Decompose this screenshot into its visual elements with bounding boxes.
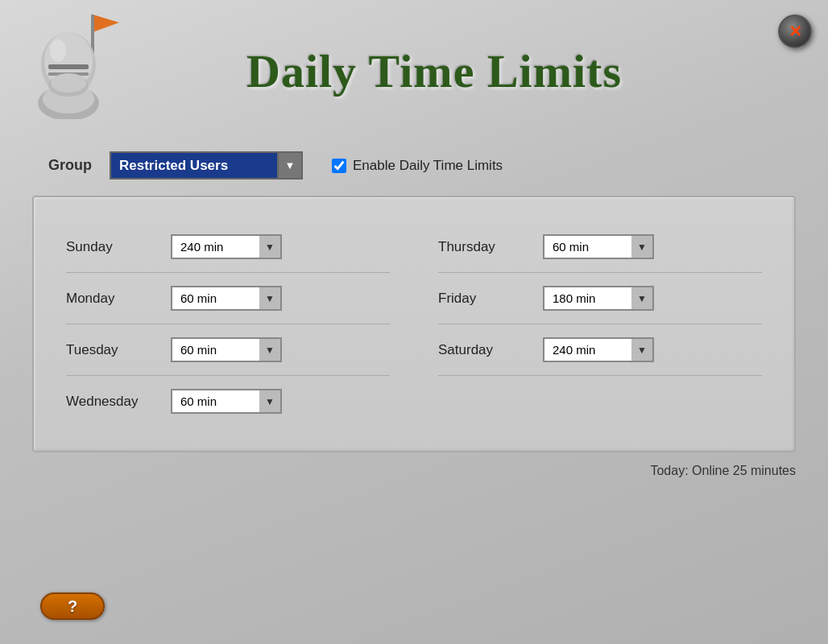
help-button[interactable]: ?: [40, 592, 105, 620]
wednesday-label: Wednesday: [66, 394, 155, 410]
saturday-dropdown-arrow[interactable]: ▼: [631, 337, 654, 362]
monday-select[interactable]: 60 min30 min90 min120 min180 min240 minU…: [171, 286, 259, 311]
sunday-select-wrapper: 240 min30 min60 min90 min120 min180 minU…: [171, 234, 282, 259]
saturday-select[interactable]: 240 min30 min60 min90 min120 min180 minU…: [543, 337, 631, 362]
right-column: Thursday 60 min30 min90 min120 min180 mi…: [438, 221, 762, 427]
enable-label[interactable]: Enable Daily Time Limits: [332, 158, 503, 174]
helmet-icon: [24, 23, 113, 119]
sunday-row: Sunday 240 min30 min60 min90 min120 min1…: [66, 221, 390, 273]
friday-select[interactable]: 180 min30 min60 min90 min120 min240 minU…: [543, 286, 631, 311]
saturday-row: Saturday 240 min30 min60 min90 min120 mi…: [438, 324, 762, 376]
thursday-select-wrapper: 60 min30 min90 min120 min180 min240 minU…: [543, 234, 654, 259]
enable-text: Enable Daily Time Limits: [353, 158, 503, 174]
thursday-label: Thursday: [438, 239, 527, 255]
status-text: Today: Online 25 minutes: [650, 464, 796, 477]
tuesday-select[interactable]: 60 min30 min90 min120 min180 min240 minU…: [171, 337, 259, 362]
monday-row: Monday 60 min30 min90 min120 min180 min2…: [66, 273, 390, 324]
friday-select-wrapper: 180 min30 min60 min90 min120 min240 minU…: [543, 286, 654, 311]
friday-dropdown-arrow[interactable]: ▼: [631, 286, 654, 311]
group-dropdown-arrow[interactable]: ▼: [279, 151, 303, 180]
saturday-select-wrapper: 240 min30 min60 min90 min120 min180 minU…: [543, 337, 654, 362]
sunday-dropdown-arrow[interactable]: ▼: [259, 234, 282, 259]
days-grid: Sunday 240 min30 min60 min90 min120 min1…: [66, 221, 762, 427]
group-label: Group: [48, 157, 97, 174]
saturday-label: Saturday: [438, 342, 527, 358]
svg-point-8: [50, 39, 66, 62]
help-label: ?: [68, 597, 77, 616]
tuesday-label: Tuesday: [66, 342, 155, 358]
monday-select-wrapper: 60 min30 min90 min120 min180 min240 minU…: [171, 286, 282, 311]
sunday-label: Sunday: [66, 239, 155, 255]
svg-rect-6: [48, 64, 89, 69]
monday-label: Monday: [66, 291, 155, 307]
close-button[interactable]: [778, 14, 812, 48]
main-panel: Sunday 240 min30 min60 min90 min120 min1…: [32, 196, 796, 452]
page-title: Daily Time Limits: [129, 44, 739, 98]
status-bar: Today: Online 25 minutes: [0, 452, 828, 478]
wednesday-row: Wednesday 60 min30 min90 min120 min180 m…: [66, 376, 390, 427]
group-select-container: Restricted Users Administrators Standard…: [110, 151, 303, 180]
friday-label: Friday: [438, 291, 527, 307]
enable-checkbox[interactable]: [332, 159, 346, 173]
group-row: Group Restricted Users Administrators St…: [0, 135, 828, 196]
wednesday-select-wrapper: 60 min30 min90 min120 min180 min240 minU…: [171, 389, 282, 414]
sunday-select[interactable]: 240 min30 min60 min90 min120 min180 minU…: [171, 234, 259, 259]
friday-row: Friday 180 min30 min60 min90 min120 min2…: [438, 273, 762, 324]
group-select[interactable]: Restricted Users Administrators Standard…: [110, 151, 279, 180]
monday-dropdown-arrow[interactable]: ▼: [259, 286, 282, 311]
header: Daily Time Limits: [0, 0, 828, 135]
logo-area: [16, 14, 129, 127]
thursday-dropdown-arrow[interactable]: ▼: [631, 234, 654, 259]
title-area: Daily Time Limits: [129, 44, 804, 98]
wednesday-dropdown-arrow[interactable]: ▼: [259, 389, 282, 414]
svg-point-10: [51, 73, 86, 93]
wednesday-select[interactable]: 60 min30 min90 min120 min180 min240 minU…: [171, 389, 259, 414]
tuesday-dropdown-arrow[interactable]: ▼: [259, 337, 282, 362]
left-column: Sunday 240 min30 min60 min90 min120 min1…: [66, 221, 390, 427]
tuesday-select-wrapper: 60 min30 min90 min120 min180 min240 minU…: [171, 337, 282, 362]
thursday-row: Thursday 60 min30 min90 min120 min180 mi…: [438, 221, 762, 273]
tuesday-row: Tuesday 60 min30 min90 min120 min180 min…: [66, 324, 390, 376]
thursday-select[interactable]: 60 min30 min90 min120 min180 min240 minU…: [543, 234, 631, 259]
